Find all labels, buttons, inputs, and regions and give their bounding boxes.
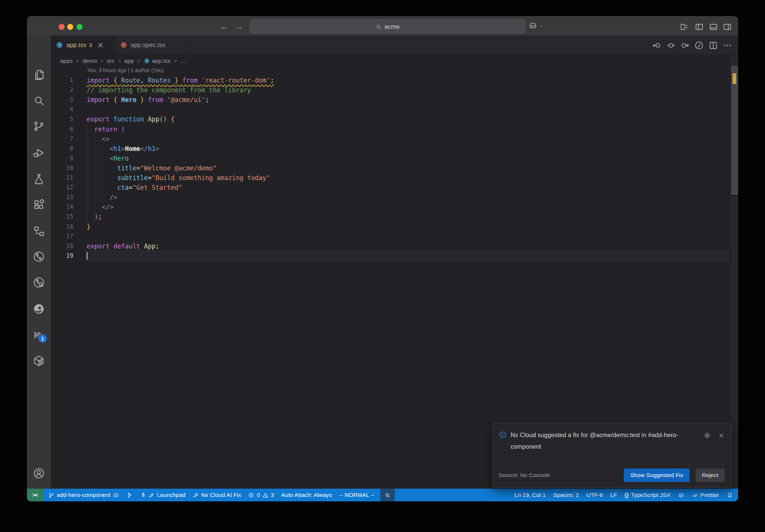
line-number: 15 xyxy=(51,212,85,222)
code-line[interactable]: 16} xyxy=(51,222,729,232)
activity-item-source-control[interactable] xyxy=(32,120,45,133)
code-line[interactable]: 18export default App; xyxy=(51,241,729,251)
reject-button[interactable]: Reject xyxy=(696,468,725,482)
breadcrumb-item[interactable]: demo xyxy=(83,58,97,64)
toggle-panel-icon[interactable] xyxy=(709,22,718,32)
close-icon[interactable] xyxy=(718,432,725,439)
code-line[interactable]: 13 /> xyxy=(51,192,729,202)
activity-item-containers[interactable] xyxy=(32,355,45,367)
line-number: 14 xyxy=(51,202,85,212)
search-icon xyxy=(375,24,382,30)
status-eol[interactable]: LF xyxy=(610,492,617,498)
status-encoding[interactable]: UTF-8 xyxy=(586,492,603,498)
scrollbar-thumb[interactable] xyxy=(731,66,738,194)
code-token: > xyxy=(121,145,125,152)
status-copilot-status[interactable] xyxy=(678,492,684,498)
code-line[interactable]: 5export function App() { xyxy=(51,114,729,124)
source-control-icon xyxy=(32,120,45,133)
code-line[interactable]: 7 <> xyxy=(51,134,729,144)
status-formatter[interactable]: Prettier xyxy=(692,492,719,498)
tab-app.tsx[interactable]: app.tsx3 xyxy=(51,35,115,55)
status-problems[interactable]: 03 xyxy=(248,492,274,498)
nav-location-icon[interactable] xyxy=(666,40,676,50)
breadcrumb[interactable]: apps>demo>src>app>app.tsx>... xyxy=(51,55,729,67)
traffic-light-close[interactable] xyxy=(59,24,65,30)
more-actions-icon[interactable] xyxy=(722,40,733,50)
status-auto-attach[interactable]: Auto Attach: Always xyxy=(281,492,332,498)
run-circle-icon[interactable] xyxy=(694,40,704,50)
nav-forward-icon[interactable] xyxy=(680,40,690,50)
activity-item-accounts[interactable] xyxy=(32,467,45,480)
code-token: Home xyxy=(125,145,140,152)
code-line[interactable]: 2// importing the component from the lib… xyxy=(51,85,729,95)
code-line[interactable]: 14 </> xyxy=(51,202,729,212)
indent-guide xyxy=(87,212,87,222)
activity-item-testing[interactable] xyxy=(32,173,45,185)
indent-guide xyxy=(102,183,102,192)
code-token: ; xyxy=(270,77,274,84)
code-token: </> xyxy=(102,203,114,211)
status-vim-mode[interactable]: -- NORMAL -- xyxy=(339,492,375,498)
code-line[interactable]: 9 <Hero xyxy=(51,154,729,163)
breadcrumb-item[interactable]: src xyxy=(107,58,115,64)
status-commit-graph[interactable] xyxy=(126,492,133,498)
code-line[interactable]: 3import { Hero } from '@acme/ui'; xyxy=(51,95,729,105)
status-zoom-indicator[interactable] xyxy=(380,489,395,501)
code-line[interactable]: 19 xyxy=(51,251,729,261)
traffic-light-minimize[interactable] xyxy=(67,24,73,30)
status-language-mode[interactable]: {}TypeScript JSX xyxy=(625,492,670,498)
breadcrumb-item[interactable]: app xyxy=(124,58,134,64)
activity-item-run-and-debug[interactable] xyxy=(32,146,45,159)
line-number: 13 xyxy=(51,192,85,202)
toggle-sidebar-icon[interactable] xyxy=(694,22,704,32)
code-line-content: } xyxy=(85,222,729,232)
code-line[interactable]: 8 <h1>Home</h1> xyxy=(51,144,729,154)
activity-item-search[interactable] xyxy=(32,94,45,107)
ruler-divider xyxy=(731,194,738,194)
breadcrumb-item[interactable]: apps xyxy=(60,58,73,64)
show-suggested-fix-button[interactable]: Show Suggested Fix xyxy=(624,468,690,482)
toggle-secondary-sidebar-icon[interactable] xyxy=(722,22,732,32)
activity-item-git-graph[interactable] xyxy=(32,250,45,263)
nav-back-icon[interactable] xyxy=(652,40,662,50)
scrollbar-overview-ruler[interactable] xyxy=(731,55,738,489)
code-line[interactable]: 1import { Route, Routes } from 'react-ro… xyxy=(51,75,729,85)
breadcrumb-item[interactable]: ... xyxy=(180,58,185,64)
tab-app.spec.tsx[interactable]: app.spec.tsx xyxy=(115,35,190,55)
status-git-branch[interactable]: add-hero-component xyxy=(48,492,119,498)
status-indentation[interactable]: Spaces: 2 xyxy=(553,492,579,498)
status-cursor-position[interactable]: Ln 19, Col 1 xyxy=(514,492,546,498)
activity-item-explorer[interactable] xyxy=(32,68,45,81)
back-arrow-icon[interactable]: ← xyxy=(219,21,229,31)
copilot-menu[interactable] xyxy=(528,21,544,30)
gear-icon[interactable] xyxy=(703,432,711,439)
status-notifications-bell[interactable] xyxy=(727,492,733,498)
activity-item-git-graph-search[interactable] xyxy=(32,276,45,289)
split-editor-icon[interactable] xyxy=(708,40,718,50)
status-label: UTF-8 xyxy=(586,492,603,498)
activity-bar: N>1 xyxy=(27,35,51,489)
code-line[interactable]: 17 xyxy=(51,232,729,241)
activity-item-extensions[interactable] xyxy=(32,198,45,211)
activity-item-references[interactable] xyxy=(32,225,45,238)
breadcrumb-item[interactable]: app.tsx xyxy=(144,58,171,64)
code-line[interactable]: 12 cta="Get Started" xyxy=(51,183,729,192)
code-line[interactable]: 15 ); xyxy=(51,212,729,222)
status-nx-cloud-ai-fix[interactable]: Nx Cloud AI Fix xyxy=(193,492,241,498)
remote-indicator[interactable]: >< xyxy=(27,489,43,501)
layout-customize-icon[interactable] xyxy=(679,22,689,32)
activity-item-nx-console[interactable]: N>1 xyxy=(32,329,45,341)
code-line-content xyxy=(85,232,729,241)
code-line[interactable]: 6 return ( xyxy=(51,124,729,134)
command-center-search[interactable]: acme xyxy=(250,19,525,34)
status-launchpad[interactable]: Launchpad xyxy=(140,492,186,498)
code-line[interactable]: 4 xyxy=(51,105,729,114)
activity-item-edge-devtools[interactable] xyxy=(32,303,45,315)
code-token xyxy=(117,126,121,133)
close-icon[interactable] xyxy=(97,41,104,49)
traffic-light-zoom[interactable] xyxy=(77,24,83,30)
code-line[interactable]: 10 title="Welcmoe @acme/demo" xyxy=(51,163,729,173)
code-token: /> xyxy=(109,194,117,201)
code-line[interactable]: 11 subtitle="Build something amazing tod… xyxy=(51,173,729,183)
forward-arrow-icon[interactable]: → xyxy=(234,21,244,31)
